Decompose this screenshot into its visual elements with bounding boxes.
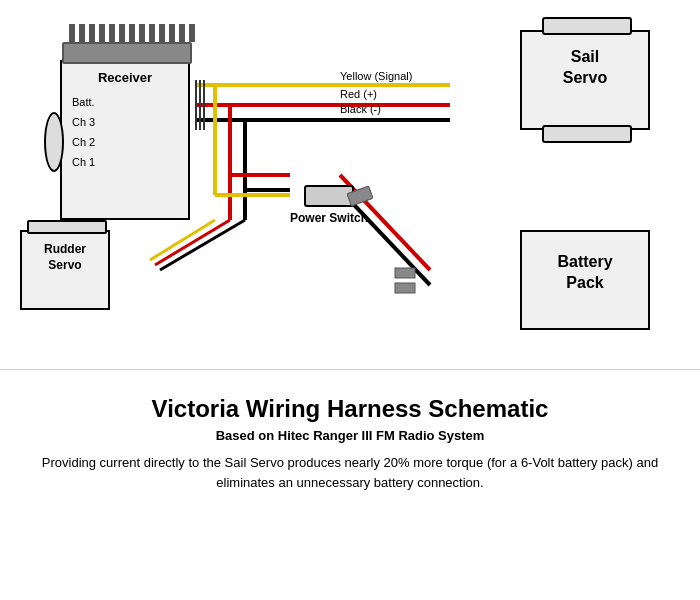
sail-servo-label: Sail Servo <box>522 47 648 89</box>
channel-2: Ch 2 <box>72 132 95 152</box>
svg-line-15 <box>155 220 230 265</box>
switch-body <box>304 185 354 207</box>
yellow-wire-label: Yellow (Signal) <box>340 70 412 82</box>
main-title: Victoria Wiring Harness Schematic <box>40 395 660 423</box>
svg-line-14 <box>150 220 215 260</box>
description-text: Providing current directly to the Sail S… <box>40 453 660 492</box>
battery-box: Battery Pack <box>520 230 650 330</box>
sub-title: Based on Hitec Ranger III FM Radio Syste… <box>40 428 660 443</box>
power-switch: Power Switch <box>290 185 368 225</box>
sail-servo-bottom-bump <box>542 125 632 143</box>
sail-servo-box: Sail Servo <box>520 30 650 130</box>
rudder-servo-box: Rudder Servo <box>20 230 110 310</box>
black-wire-label: Black (-) <box>340 103 381 115</box>
rudder-top-bump <box>27 220 107 234</box>
svg-line-16 <box>160 220 245 270</box>
channel-labels: Batt. Ch 3 Ch 2 Ch 1 <box>72 92 95 172</box>
channel-1: Ch 1 <box>72 152 95 172</box>
receiver-label: Receiver <box>62 70 188 85</box>
svg-rect-12 <box>395 268 415 278</box>
sail-servo-top-bump <box>542 17 632 35</box>
svg-rect-13 <box>395 283 415 293</box>
rudder-label: Rudder Servo <box>22 242 108 273</box>
text-area: Victoria Wiring Harness Schematic Based … <box>0 370 700 502</box>
switch-lever <box>346 185 373 206</box>
receiver-top <box>62 42 192 64</box>
receiver-box: Receiver Batt. Ch 3 Ch 2 Ch 1 <box>60 60 190 220</box>
channel-batt: Batt. <box>72 92 95 112</box>
wiring-diagram: Receiver Batt. Ch 3 Ch 2 Ch 1 Sail Servo… <box>0 0 700 370</box>
receiver-oval <box>44 112 64 172</box>
battery-label: Battery Pack <box>522 252 648 294</box>
receiver-hatch <box>69 24 195 42</box>
red-wire-label: Red (+) <box>340 88 377 100</box>
power-switch-label: Power Switch <box>290 211 368 225</box>
channel-3: Ch 3 <box>72 112 95 132</box>
